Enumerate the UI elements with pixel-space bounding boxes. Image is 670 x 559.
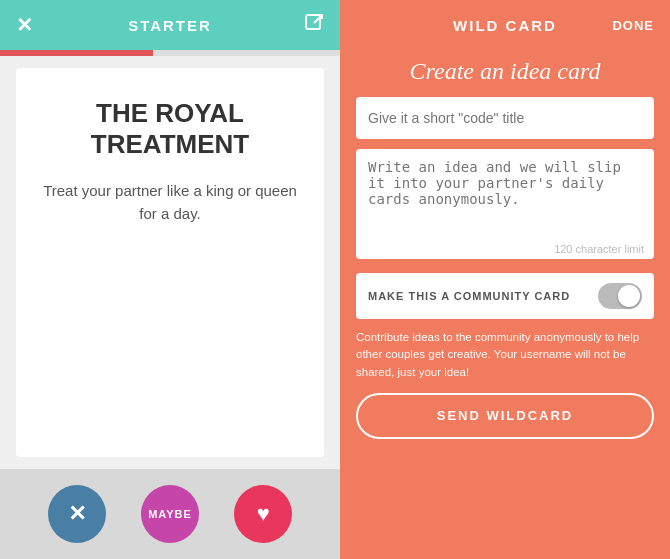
action-bar: ✕ MAYBE ♥ — [0, 469, 340, 559]
community-label: MAKE THIS A COMMUNITY CARD — [368, 290, 570, 302]
card-title: THE ROYAL TREATMENT — [36, 98, 304, 160]
left-header: ✕ STARTER — [0, 0, 340, 50]
heart-button[interactable]: ♥ — [234, 485, 292, 543]
done-button[interactable]: DONE — [612, 18, 654, 33]
right-panel: WILD CARD DONE Create an idea card 120 c… — [340, 0, 670, 559]
right-content: Create an idea card 120 character limit … — [340, 50, 670, 559]
char-limit-label: 120 character limit — [554, 243, 644, 255]
dismiss-button[interactable]: ✕ — [48, 485, 106, 543]
send-wildcard-button[interactable]: SEND WILDCARD — [356, 393, 654, 439]
community-toggle[interactable] — [598, 283, 642, 309]
community-card-row: MAKE THIS A COMMUNITY CARD — [356, 273, 654, 319]
svg-rect-0 — [306, 15, 320, 29]
edit-icon[interactable] — [304, 13, 324, 38]
community-description: Contribute ideas to the community anonym… — [356, 329, 654, 381]
left-panel: ✕ STARTER THE ROYAL TREATMENT Treat your… — [0, 0, 340, 559]
progress-fill — [0, 50, 153, 56]
idea-wrapper: 120 character limit — [356, 149, 654, 263]
card-description: Treat your partner like a king or queen … — [36, 180, 304, 225]
form-heading: Create an idea card — [356, 58, 654, 85]
right-header-title: WILD CARD — [453, 17, 557, 34]
toggle-knob — [618, 285, 640, 307]
progress-bar — [0, 50, 340, 56]
left-header-title: STARTER — [128, 17, 212, 34]
maybe-button[interactable]: MAYBE — [141, 485, 199, 543]
right-header: WILD CARD DONE — [340, 0, 670, 50]
card-area: THE ROYAL TREATMENT Treat your partner l… — [16, 68, 324, 457]
title-input[interactable] — [356, 97, 654, 139]
close-button[interactable]: ✕ — [16, 13, 33, 37]
